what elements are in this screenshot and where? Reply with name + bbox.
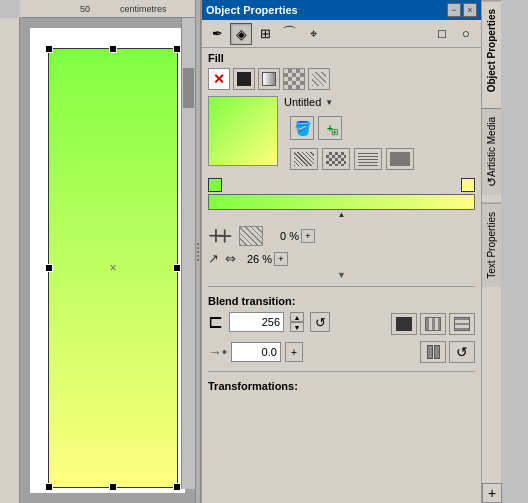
sidebar-item-artistic-media[interactable]: ↺ Artistic Media xyxy=(482,108,501,195)
handle-middle-left[interactable] xyxy=(45,264,53,272)
ruler-horizontal: 50 centimetres xyxy=(20,0,195,18)
handle-bottom-left[interactable] xyxy=(45,483,53,491)
blend-spin-group: ▲ ▼ xyxy=(290,312,304,332)
gradient-stop-right[interactable] xyxy=(461,178,475,192)
angle-spin-up[interactable]: + xyxy=(274,252,288,266)
artistic-media-icon: ↺ xyxy=(485,177,499,187)
style-row-1 xyxy=(391,313,475,335)
canvas-scrollbar[interactable] xyxy=(181,18,195,489)
texture-fill-button[interactable] xyxy=(308,68,330,90)
rotate-style-button[interactable]: ↺ xyxy=(449,341,475,363)
linear-style-button[interactable] xyxy=(391,313,417,335)
checker-fill-button[interactable] xyxy=(283,68,305,90)
fill-icons-row: 🪣 + ⊞ xyxy=(284,116,420,140)
double-arrow-icon: ⇔ xyxy=(225,251,236,266)
float-spin[interactable]: + xyxy=(285,342,303,362)
gradient-stop-left[interactable] xyxy=(208,178,222,192)
blend-spin-down[interactable]: ▼ xyxy=(290,322,304,332)
angle-value: 26 % xyxy=(242,253,272,265)
gradient-name-row: Untitled ▼ xyxy=(284,96,420,108)
handle-middle-right[interactable] xyxy=(173,264,181,272)
blend-spin-up[interactable]: ▲ xyxy=(290,312,304,322)
shape-tool-button[interactable]: ⌖ xyxy=(302,23,324,45)
gradient-stops-row xyxy=(208,178,475,192)
pattern-buttons-row xyxy=(284,144,420,174)
handle-bottom-right[interactable] xyxy=(173,483,181,491)
expand-arrow[interactable]: ▼ xyxy=(202,268,481,282)
blend-steps-icon: ⊏ xyxy=(208,311,223,333)
canvas-background: × xyxy=(30,28,185,493)
float-input[interactable] xyxy=(231,342,281,362)
scrollbar-thumb[interactable] xyxy=(183,68,194,108)
midpoint-percent-box: 0 % + xyxy=(269,229,315,243)
separator-2 xyxy=(208,371,475,372)
blend-section: Blend transition: ⊏ 256 ▲ ▼ ↺ xyxy=(202,291,481,367)
blend-steps-input[interactable]: 256 xyxy=(229,312,284,332)
midpoint-spin-up[interactable]: + xyxy=(301,229,315,243)
canvas-content: × xyxy=(20,18,195,503)
ruler-vertical xyxy=(0,18,20,503)
handle-bottom-middle[interactable] xyxy=(109,483,117,491)
striped-style-button[interactable] xyxy=(449,313,475,335)
fill-tool-button[interactable]: ◈ xyxy=(230,23,252,45)
crosshatch-box xyxy=(239,226,263,246)
angle-row: ↗ ⇔ 26 % + xyxy=(202,249,481,268)
pattern-btn-3[interactable] xyxy=(354,148,382,170)
blend-header: Blend transition: xyxy=(208,295,475,307)
gradient-name: Untitled xyxy=(284,96,321,108)
selected-object[interactable]: × xyxy=(48,48,178,488)
grid-tool-button[interactable]: ⊞ xyxy=(254,23,276,45)
sidebar-item-object-properties[interactable]: Object Properties xyxy=(482,0,501,100)
canvas-area: 50 centimetres × xyxy=(0,0,195,503)
no-fill-button[interactable]: ✕ xyxy=(208,68,230,90)
separator-1 xyxy=(208,286,475,287)
bottom-spacer xyxy=(202,396,481,436)
handle-top-left[interactable] xyxy=(45,45,53,53)
square-frame-button[interactable]: □ xyxy=(431,23,453,45)
pattern-btn-4[interactable] xyxy=(386,148,414,170)
gradient-name-area: Untitled ▼ 🪣 + ⊞ xyxy=(284,96,420,174)
gradient-dropdown-arrow[interactable]: ▼ xyxy=(325,98,333,107)
gradient-midpoint-arrow: ▲ xyxy=(208,210,475,219)
style-buttons-group xyxy=(391,313,475,335)
blend-reset-button[interactable]: ↺ xyxy=(310,312,330,332)
handle-top-right[interactable] xyxy=(173,45,181,53)
style-row-2: ↺ xyxy=(420,341,475,363)
gradient-bar-section: ▲ xyxy=(208,178,475,219)
ruler-mark: 50 xyxy=(80,4,90,14)
center-cross-icon: × xyxy=(109,261,116,275)
curve-tool-button[interactable]: ⌒ xyxy=(278,23,300,45)
add-panel-button[interactable]: + xyxy=(482,483,502,503)
angle-icon: ↗ xyxy=(208,251,219,266)
title-buttons: − × xyxy=(447,3,477,17)
square-style-button[interactable] xyxy=(420,341,446,363)
linear-gradient-button[interactable] xyxy=(258,68,280,90)
handle-top-middle[interactable] xyxy=(109,45,117,53)
float-arrow-icon: →• xyxy=(208,344,227,360)
ruler-unit: centimetres xyxy=(120,4,167,14)
gradient-swatch xyxy=(208,96,278,166)
panel-title: Object Properties xyxy=(206,4,298,16)
midpoint-value: 0 % xyxy=(269,230,299,242)
midpoint-row: ✕ ✕ 0 % + xyxy=(202,223,481,249)
close-button[interactable]: × xyxy=(463,3,477,17)
pattern-btn-1[interactable] xyxy=(290,148,318,170)
gradient-preview-area: Untitled ▼ 🪣 + ⊞ xyxy=(208,96,475,174)
copy-fill-button[interactable]: + ⊞ xyxy=(318,116,342,140)
solid-fill-button[interactable] xyxy=(233,68,255,90)
pin-button[interactable]: − xyxy=(447,3,461,17)
gradient-bar[interactable] xyxy=(208,194,475,210)
fill-type-row: ✕ xyxy=(202,66,481,92)
round-frame-button[interactable]: ○ xyxy=(455,23,477,45)
side-tabs: Object Properties ↺ Artistic Media Text … xyxy=(481,0,501,503)
panel-toolbar: ✒ ◈ ⊞ ⌒ ⌖ □ ○ xyxy=(202,20,481,48)
pattern-btn-2[interactable] xyxy=(322,148,350,170)
bars-style-button[interactable] xyxy=(420,313,446,335)
panel-titlebar: Object Properties − × xyxy=(202,0,481,20)
transform-header: Transformations: xyxy=(208,380,475,392)
paint-fill-button[interactable]: 🪣 xyxy=(290,116,314,140)
transform-section: Transformations: xyxy=(202,376,481,396)
sidebar-item-text-properties[interactable]: Text Properties xyxy=(482,203,501,287)
pen-tool-button[interactable]: ✒ xyxy=(206,23,228,45)
angle-percent-box: 26 % + xyxy=(242,252,288,266)
